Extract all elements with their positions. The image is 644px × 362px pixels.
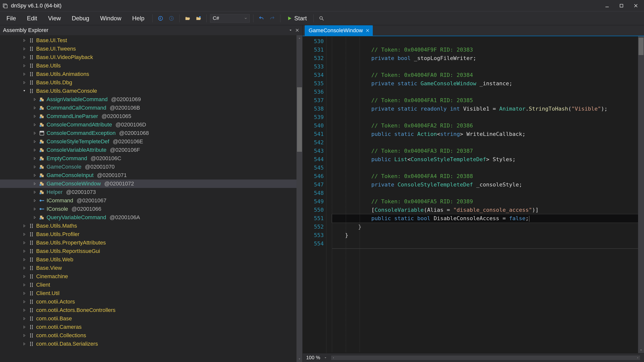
code-line[interactable]	[332, 239, 644, 248]
tree-namespace[interactable]: Base.Utils.Dbg	[0, 78, 302, 87]
tree-type[interactable]: EmptyCommand@0200106C	[0, 154, 302, 163]
tree-namespace[interactable]: Base.Utils	[0, 62, 302, 70]
tree-type[interactable]: AssignVariableCommand@02001069	[0, 95, 302, 104]
tree-namespace[interactable]: Base.UI.Tweens	[0, 45, 302, 53]
code-line[interactable]: private static GameConsoleWindow _instan…	[332, 79, 644, 88]
expand-arrow-icon[interactable]	[32, 173, 37, 178]
redo-button[interactable]	[268, 14, 277, 23]
tree-namespace[interactable]: Base.Utils.Profiler	[0, 230, 302, 238]
tree-type[interactable]: ConsoleStyleTempleteDef@0200106E	[0, 137, 302, 146]
code-line[interactable]	[332, 189, 644, 197]
code-line[interactable]: public static bool DisableConsoleAccess …	[332, 214, 644, 223]
menu-view[interactable]: View	[44, 14, 66, 23]
minimize-button[interactable]	[600, 0, 614, 12]
tree-type[interactable]: ICommand@02001067	[0, 196, 302, 205]
code-line[interactable]: [ConsoleVariable(Alias = "disable_consol…	[332, 206, 644, 214]
chevron-down-icon[interactable]	[324, 356, 327, 359]
close-tab-icon[interactable]	[365, 28, 370, 33]
tree-type[interactable]: QueryVariableCommand@0200106A	[0, 213, 302, 222]
tree-namespace[interactable]: com.ootii.Data.Serializers	[0, 340, 302, 348]
expand-arrow-icon[interactable]	[22, 232, 27, 237]
tree-type[interactable]: CommandCallCommand@0200106B	[0, 104, 302, 112]
expand-arrow-icon[interactable]	[32, 114, 37, 119]
expand-arrow-icon[interactable]	[22, 63, 27, 68]
scroll-right-icon[interactable]	[636, 355, 640, 360]
scroll-left-icon[interactable]	[331, 355, 336, 360]
tree-namespace[interactable]: Base.Utils.Web	[0, 255, 302, 264]
tree-namespace[interactable]: Base.Utils.ReportIssueGui	[0, 247, 302, 255]
undo-button[interactable]	[257, 14, 266, 23]
expand-arrow-icon[interactable]	[22, 38, 27, 43]
tree-namespace[interactable]: Base.Utils.GameConsole	[0, 87, 302, 95]
code-line[interactable]	[332, 63, 644, 71]
code-line[interactable]: // Token: 0x04004F9F RID: 20383	[332, 46, 644, 54]
close-pane-icon[interactable]	[295, 28, 300, 33]
code-line[interactable]: // Token: 0x04004FA1 RID: 20385	[332, 96, 644, 105]
expand-arrow-icon[interactable]	[22, 249, 27, 254]
tree-type[interactable]: IConsole@02001066	[0, 205, 302, 213]
expand-arrow-icon[interactable]	[22, 308, 27, 313]
code-line[interactable]	[332, 113, 644, 122]
code-line[interactable]	[332, 88, 644, 96]
tree-type[interactable]: Helper@02001073	[0, 188, 302, 196]
code-editor[interactable]: 5305315325335345355365375385395405415425…	[303, 36, 644, 353]
language-dropdown[interactable]: C#	[210, 14, 250, 23]
expand-arrow-icon[interactable]	[22, 324, 27, 329]
expand-arrow-icon[interactable]	[32, 105, 37, 110]
code-area[interactable]: // Token: 0x04004F9F RID: 20383 private …	[326, 36, 644, 353]
expand-arrow-icon[interactable]	[22, 55, 27, 60]
menu-file[interactable]: File	[2, 14, 20, 23]
code-line[interactable]	[332, 138, 644, 147]
expand-arrow-icon[interactable]	[22, 316, 27, 321]
code-line[interactable]: public static Action<string> WriteLineCa…	[332, 130, 644, 138]
tree-namespace[interactable]: com.ootii.Actors.BoneControllers	[0, 306, 302, 314]
code-line[interactable]: public List<ConsoleStyleTempleteDef> Sty…	[332, 155, 644, 164]
expand-arrow-icon[interactable]	[22, 80, 27, 85]
tree-type[interactable]: GameConsoleInput@02001071	[0, 171, 302, 180]
maximize-button[interactable]	[614, 0, 629, 12]
tree-namespace[interactable]: Base.Utils.Animations	[0, 70, 302, 78]
expand-arrow-icon[interactable]	[32, 181, 37, 186]
expand-arrow-icon[interactable]	[32, 215, 37, 220]
expand-arrow-icon[interactable]	[32, 190, 37, 195]
expand-arrow-icon[interactable]	[22, 333, 27, 338]
tree-namespace[interactable]: com.ootii.Cameras	[0, 323, 302, 331]
tree-namespace[interactable]: Base.View	[0, 264, 302, 272]
tree-namespace[interactable]: Base.Utils.PropertyAttributes	[0, 238, 302, 247]
expand-arrow-icon[interactable]	[32, 97, 37, 102]
expand-arrow-icon[interactable]	[22, 89, 27, 94]
expand-arrow-icon[interactable]	[22, 265, 27, 270]
expand-arrow-icon[interactable]	[22, 282, 27, 287]
tree-namespace[interactable]: Client.Util	[0, 289, 302, 297]
tree-namespace[interactable]: Client	[0, 281, 302, 289]
nav-forward-button[interactable]	[167, 14, 176, 23]
expand-arrow-icon[interactable]	[32, 131, 37, 136]
expand-arrow-icon[interactable]	[22, 291, 27, 296]
tree-namespace[interactable]: Base.UI.VideoPlayback	[0, 53, 302, 62]
scrollbar-thumb[interactable]	[297, 87, 302, 152]
code-line[interactable]	[332, 37, 644, 46]
expand-arrow-icon[interactable]	[32, 198, 37, 203]
tree-type[interactable]: GameConsoleWindow@02001072	[0, 180, 302, 188]
code-line[interactable]: private bool _stopLogFileWriter;	[332, 54, 644, 63]
menu-debug[interactable]: Debug	[67, 14, 94, 23]
scrollbar-thumb[interactable]	[638, 38, 644, 55]
expand-arrow-icon[interactable]	[32, 122, 37, 127]
expand-arrow-icon[interactable]	[22, 72, 27, 77]
editor-hscrollbar[interactable]	[331, 355, 640, 360]
search-button[interactable]	[317, 14, 326, 23]
scroll-up-icon[interactable]	[296, 35, 302, 41]
tree-type[interactable]: ConsoleCommandException@02001068	[0, 129, 302, 137]
code-line[interactable]: // Token: 0x04004FA5 RID: 20389	[332, 197, 644, 206]
scroll-down-icon[interactable]	[638, 347, 644, 353]
code-line[interactable]: }	[332, 231, 644, 239]
dropdown-icon[interactable]	[288, 28, 292, 32]
expand-arrow-icon[interactable]	[32, 156, 37, 161]
assembly-tree[interactable]: Base.UI.TestBase.UI.TweensBase.UI.VideoP…	[0, 35, 302, 362]
start-button[interactable]: Start	[284, 14, 310, 23]
tree-namespace[interactable]: Base.UI.Test	[0, 36, 302, 45]
code-line[interactable]: }	[332, 223, 644, 231]
code-line[interactable]: // Token: 0x04004FA3 RID: 20387	[332, 147, 644, 155]
expand-arrow-icon[interactable]	[32, 207, 37, 211]
code-line[interactable]: // Token: 0x04004FA4 RID: 20388	[332, 172, 644, 181]
